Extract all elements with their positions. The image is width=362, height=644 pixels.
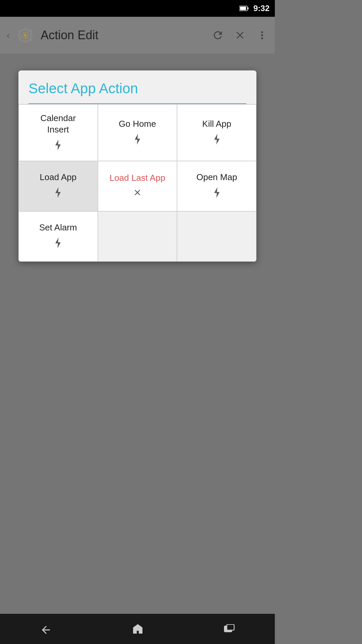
lightning-icon-set-alarm	[53, 237, 63, 251]
signal-icon	[230, 5, 237, 12]
load-app-label: Load App	[40, 172, 76, 183]
gear-lightning-icon	[16, 26, 35, 45]
app-icon	[15, 25, 35, 45]
select-app-action-dialog: Select App Action CalendarInsert Go Home	[18, 70, 256, 262]
nav-bar	[0, 614, 275, 644]
kill-app-label: Kill App	[202, 118, 231, 130]
svg-rect-10	[24, 27, 26, 30]
battery-icon	[239, 6, 249, 11]
lightning-icon-kill-app	[212, 134, 222, 147]
svg-rect-26	[227, 625, 234, 630]
load-last-app-label: Load Last App	[110, 172, 165, 184]
go-home-label: Go Home	[119, 118, 156, 130]
load-last-app-item[interactable]: Load Last App	[98, 161, 177, 211]
svg-point-0	[223, 11, 224, 12]
empty-cell-2	[177, 211, 256, 262]
svg-rect-2	[232, 8, 233, 12]
kill-app-item[interactable]: Kill App	[177, 104, 256, 161]
close-button[interactable]	[234, 29, 246, 41]
empty-cell-1	[98, 211, 177, 262]
toolbar-back-icon[interactable]: ‹	[7, 30, 10, 41]
svg-rect-11	[24, 40, 26, 43]
nav-recents-button[interactable]	[224, 624, 235, 634]
dialog-title: Select App Action	[28, 80, 246, 104]
open-map-label: Open Map	[196, 172, 237, 183]
svg-rect-3	[233, 7, 234, 12]
load-app-item[interactable]: Load App	[18, 161, 98, 211]
svg-rect-14	[18, 29, 22, 32]
svg-marker-22	[55, 187, 61, 198]
svg-rect-13	[30, 34, 33, 36]
svg-marker-20	[135, 134, 140, 145]
lightning-icon-calendar	[53, 140, 63, 153]
calendar-insert-label: CalendarInsert	[41, 113, 76, 136]
svg-marker-21	[214, 134, 220, 145]
nav-back-button[interactable]	[40, 624, 52, 634]
page-title: Action Edit	[41, 28, 206, 42]
main-content: Select App Action CalendarInsert Go Home	[0, 54, 275, 614]
calendar-insert-item[interactable]: CalendarInsert	[18, 104, 98, 161]
x-icon-load-last-app	[133, 188, 142, 200]
svg-rect-15	[29, 29, 32, 32]
svg-rect-4	[235, 5, 236, 12]
status-icons: 9:32	[219, 4, 269, 13]
lightning-icon-go-home	[133, 134, 142, 147]
svg-marker-19	[55, 140, 61, 150]
open-map-item[interactable]: Open Map	[177, 161, 256, 211]
toolbar-actions	[212, 29, 268, 41]
status-bar: 9:32	[0, 0, 275, 17]
lightning-icon-load-app	[53, 187, 63, 200]
wifi-icon	[219, 5, 228, 12]
status-time: 9:32	[253, 4, 269, 13]
set-alarm-item[interactable]: Set Alarm	[18, 211, 98, 262]
svg-rect-7	[240, 7, 246, 10]
reload-button[interactable]	[212, 29, 224, 41]
nav-home-button[interactable]	[132, 623, 143, 635]
toolbar: ‹ Action Edit	[0, 17, 275, 54]
lightning-icon-open-map	[212, 187, 222, 200]
svg-marker-23	[214, 187, 220, 198]
svg-rect-12	[17, 34, 20, 36]
more-options-button[interactable]	[256, 29, 268, 41]
set-alarm-label: Set Alarm	[39, 222, 77, 233]
dialog-header: Select App Action	[18, 70, 256, 104]
svg-rect-1	[230, 9, 231, 12]
svg-rect-17	[29, 38, 32, 42]
svg-rect-6	[247, 7, 248, 9]
go-home-item[interactable]: Go Home	[98, 104, 177, 161]
svg-marker-24	[55, 237, 61, 248]
svg-rect-16	[18, 38, 22, 42]
action-grid: CalendarInsert Go Home Kill App	[18, 104, 256, 262]
